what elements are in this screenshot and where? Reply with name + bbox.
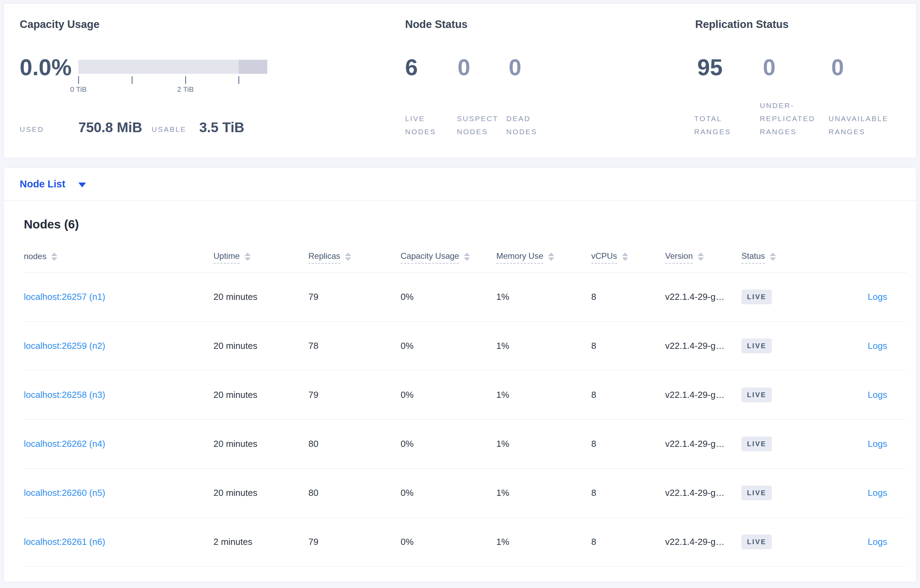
node-list-card: Node List Nodes (6) nodes Uptime Replica… [3,167,917,582]
table-body: localhost:26257 (n1)20 minutes790%1%8v22… [24,273,907,567]
uptime-cell: 20 minutes [214,341,308,351]
table-row: localhost:26260 (n5)20 minutes800%1%8v22… [24,468,907,518]
version-cell: v22.1.4-29-g… [665,341,742,351]
node-address-link[interactable]: localhost:26261 (n6) [24,536,105,547]
sort-icon [345,253,351,261]
uptime-cell: 20 minutes [214,389,308,400]
capacity-axis-tick [185,76,186,84]
capacity-axis-tick [238,76,239,84]
sort-icon [51,253,57,261]
sort-icon [770,253,776,261]
caret-down-icon [78,183,86,187]
uptime-cell: 20 minutes [214,488,308,498]
vcpus-cell: 8 [591,439,665,449]
capacity-axis-tick-label: 0 TiB [70,85,87,94]
suspect-nodes-count: 0 [458,53,470,82]
vcpus-cell: 8 [591,292,665,302]
memory-use-cell: 1% [496,488,591,498]
node-address-link[interactable]: localhost:26259 (n2) [24,341,105,351]
capacity-bar [78,60,267,74]
nodes-table-section: Nodes (6) nodes Uptime Replicas Capacity… [4,201,916,582]
capacity-usage-cell: 0% [401,439,496,449]
table-row: localhost:26261 (n6)2 minutes790%1%8v22.… [24,518,907,567]
capacity-usage-cell: 0% [401,536,496,547]
capacity-bar-segment-usable [78,60,239,74]
logs-link[interactable]: Logs [868,488,887,498]
column-header-capacity-usage[interactable]: Capacity Usage [401,251,496,263]
replication-status-title: Replication Status [695,18,789,31]
replicas-cell: 80 [308,439,401,449]
node-list-dropdown-label: Node List [20,178,65,190]
dead-nodes-label: DEAD NODES [506,112,548,138]
node-address-link[interactable]: localhost:26257 (n1) [24,292,105,302]
table-header-row: nodes Uptime Replicas Capacity Usage Mem… [24,242,907,273]
replicas-cell: 78 [308,341,401,351]
replicas-cell: 79 [308,389,401,400]
memory-use-cell: 1% [496,439,591,449]
suspect-nodes-label: SUSPECT NODES [457,112,512,138]
memory-use-cell: 1% [496,389,591,400]
status-badge: LIVE [742,486,772,500]
nodes-table-title: Nodes (6) [24,201,907,231]
vcpus-cell: 8 [591,389,665,400]
node-address-link[interactable]: localhost:26262 (n4) [24,439,105,449]
live-nodes-count: 6 [405,53,418,82]
column-header-uptime[interactable]: Uptime [214,251,308,263]
status-badge: LIVE [742,388,772,402]
capacity-usage-cell: 0% [401,292,496,302]
logs-link[interactable]: Logs [868,439,887,449]
node-address-link[interactable]: localhost:26258 (n3) [24,389,105,400]
total-ranges-label: TOTAL RANGES [694,112,739,138]
vcpus-cell: 8 [591,488,665,498]
table-row: localhost:26257 (n1)20 minutes790%1%8v22… [24,273,907,321]
column-header-status[interactable]: Status [742,251,822,263]
used-value: 750.8 MiB [78,120,142,135]
version-cell: v22.1.4-29-g… [665,439,742,449]
memory-use-cell: 1% [496,341,591,351]
version-cell: v22.1.4-29-g… [665,292,742,302]
column-header-replicas[interactable]: Replicas [308,251,401,263]
status-badge: LIVE [742,289,772,304]
replicas-cell: 80 [308,488,401,498]
replicas-cell: 79 [308,292,401,302]
total-ranges-count: 95 [697,53,722,82]
under-replicated-count: 0 [763,53,776,82]
vcpus-cell: 8 [591,536,665,547]
memory-use-cell: 1% [496,536,591,547]
capacity-usage-cell: 0% [401,488,496,498]
capacity-axis-tick-label: 2 TiB [177,85,194,94]
node-status-title: Node Status [405,18,468,31]
logs-link[interactable]: Logs [868,292,887,302]
uptime-cell: 20 minutes [214,292,308,302]
capacity-bar-segment-other [239,60,267,74]
sort-icon [698,253,704,261]
table-row: localhost:26259 (n2)20 minutes780%1%8v22… [24,321,907,371]
dead-nodes-count: 0 [509,53,522,82]
sort-icon [245,253,251,261]
memory-use-cell: 1% [496,292,591,302]
status-badge: LIVE [742,339,772,353]
table-row: localhost:26258 (n3)20 minutes790%1%8v22… [24,371,907,420]
column-header-nodes[interactable]: nodes [24,252,214,263]
column-header-vcpus[interactable]: vCPUs [591,251,665,263]
cluster-summary-card: Capacity Usage 0.0% 0 TiB2 TiB USED 750.… [3,3,917,158]
logs-link[interactable]: Logs [868,536,887,547]
capacity-bar-ticks: 0 TiB2 TiB [78,76,267,84]
unavailable-ranges-label: UNAVAILABLE RANGES [828,112,903,138]
status-badge: LIVE [742,535,772,549]
capacity-usage-cell: 0% [401,341,496,351]
column-header-memory-use[interactable]: Memory Use [496,251,591,263]
logs-link[interactable]: Logs [868,389,887,400]
logs-link[interactable]: Logs [868,341,887,351]
column-header-version[interactable]: Version [665,251,742,263]
used-label: USED [20,125,44,134]
sort-icon [548,253,554,261]
version-cell: v22.1.4-29-g… [665,389,742,400]
node-list-dropdown[interactable]: Node List [20,178,86,190]
version-cell: v22.1.4-29-g… [665,536,742,547]
capacity-usage-title: Capacity Usage [20,18,99,31]
usable-value: 3.5 TiB [199,120,244,135]
capacity-percent: 0.0% [20,53,71,82]
node-address-link[interactable]: localhost:26260 (n5) [24,488,105,498]
sort-icon [622,253,628,261]
